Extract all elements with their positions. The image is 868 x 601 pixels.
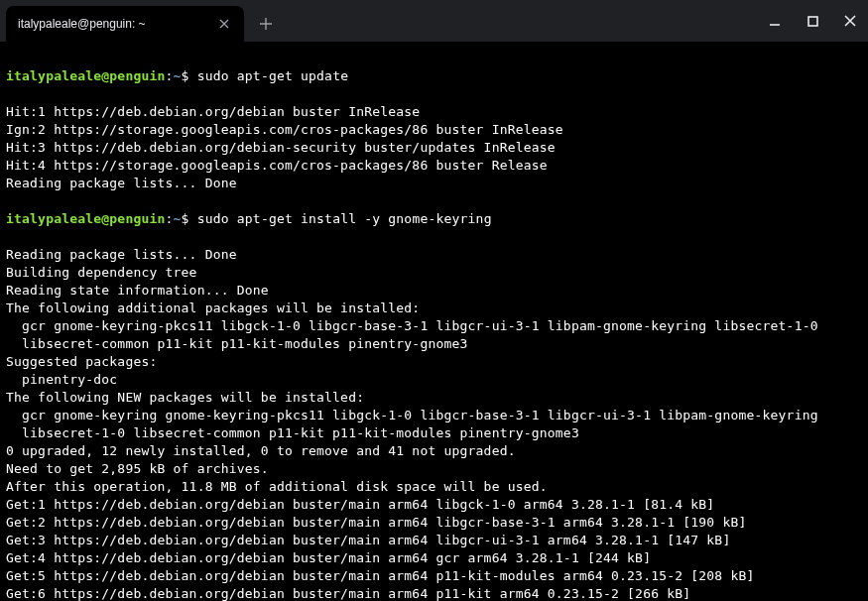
output-line: The following additional packages will b…: [6, 300, 862, 317]
terminal-tab[interactable]: italypaleale@penguin: ~: [6, 6, 244, 42]
maximize-icon[interactable]: [801, 9, 824, 33]
command-text: sudo apt-get update: [197, 68, 349, 83]
output-line: Building dependency tree: [6, 264, 862, 282]
tab-title: italypaleale@penguin: ~: [18, 17, 216, 31]
prompt-user: italypaleale@penguin: [6, 211, 166, 226]
prompt-dollar: $: [182, 68, 197, 83]
output-line: Get:2 https://deb.debian.org/debian bust…: [6, 514, 862, 532]
output-line: libsecret-1-0 libsecret-common p11-kit p…: [6, 424, 862, 442]
prompt-path: ~: [174, 68, 182, 83]
output-line: pinentry-doc: [6, 371, 862, 389]
svg-rect-0: [808, 17, 817, 26]
output-line: Hit:1 https://deb.debian.org/debian bust…: [6, 103, 862, 121]
output-line: Ign:2 https://storage.googleapis.com/cro…: [6, 121, 862, 139]
window-controls: [763, 0, 862, 42]
titlebar: italypaleale@penguin: ~: [0, 0, 868, 42]
output-line: Get:1 https://deb.debian.org/debian bust…: [6, 496, 862, 514]
close-window-icon[interactable]: [838, 9, 862, 33]
prompt-dollar: $: [182, 211, 197, 226]
close-tab-icon[interactable]: [216, 16, 232, 32]
output-line: Need to get 2,895 kB of archives.: [6, 460, 862, 478]
output-line: The following NEW packages will be insta…: [6, 389, 862, 407]
minimize-icon[interactable]: [763, 9, 787, 33]
prompt-colon: :: [166, 211, 174, 226]
output-line: 0 upgraded, 12 newly installed, 0 to rem…: [6, 442, 862, 460]
output-line: Get:5 https://deb.debian.org/debian bust…: [6, 567, 862, 585]
output-line: gcr gnome-keyring gnome-keyring-pkcs11 l…: [6, 407, 862, 424]
output-line: Reading state information... Done: [6, 282, 862, 300]
output-line: Reading package lists... Done: [6, 246, 862, 264]
new-tab-button[interactable]: [252, 10, 280, 38]
output-line: libsecret-common p11-kit p11-kit-modules…: [6, 335, 862, 353]
prompt-path: ~: [174, 211, 182, 226]
terminal-output[interactable]: italypaleale@penguin:~$ sudo apt-get upd…: [0, 42, 868, 601]
output-line: gcr gnome-keyring-pkcs11 libgck-1-0 libg…: [6, 317, 862, 335]
output-line: After this operation, 11.8 MB of additio…: [6, 478, 862, 496]
output-line: Reading package lists... Done: [6, 175, 862, 192]
command-text: sudo apt-get install -y gnome-keyring: [197, 211, 492, 226]
output-line: Hit:3 https://deb.debian.org/debian-secu…: [6, 139, 862, 157]
output-line: Suggested packages:: [6, 353, 862, 371]
output-line: Get:3 https://deb.debian.org/debian bust…: [6, 532, 862, 549]
output-line: Hit:4 https://storage.googleapis.com/cro…: [6, 157, 862, 175]
prompt-user: italypaleale@penguin: [6, 68, 166, 83]
output-line: Get:4 https://deb.debian.org/debian bust…: [6, 549, 862, 567]
output-line: Get:6 https://deb.debian.org/debian bust…: [6, 585, 862, 601]
prompt-colon: :: [166, 68, 174, 83]
